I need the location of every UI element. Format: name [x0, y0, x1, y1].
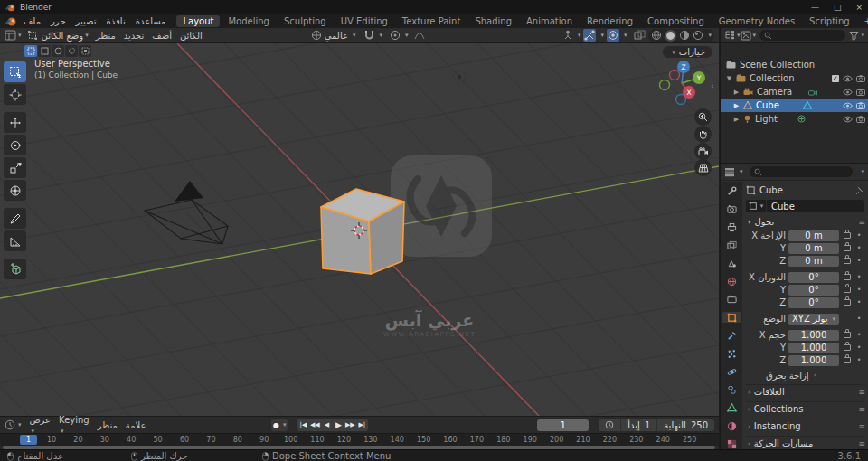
ruler-tick[interactable]: 160: [443, 436, 457, 444]
filter-dropdown-arrow[interactable]: ▾: [861, 32, 864, 39]
cube-eye-icon[interactable]: [843, 102, 853, 109]
outliner-editor-type-icon[interactable]: [724, 30, 735, 41]
select-mode-extra-icon[interactable]: [79, 45, 91, 57]
editor-type-dropdown-arrow[interactable]: ▾: [18, 32, 22, 39]
tool-transform[interactable]: [4, 180, 26, 201]
ruler-tick[interactable]: 180: [496, 436, 510, 444]
relations-panel-header[interactable]: › العلاقات ≡: [746, 384, 864, 399]
location-x-field[interactable]: 0 m: [788, 230, 839, 241]
close-button[interactable]: ×: [855, 3, 863, 12]
tab-constraints[interactable]: [722, 384, 741, 395]
tab-shading[interactable]: Shading: [468, 15, 518, 27]
instancing-panel-grip[interactable]: ≡: [858, 422, 864, 431]
object-name-value[interactable]: Cube: [771, 202, 795, 212]
ruler-tick[interactable]: 240: [656, 436, 670, 444]
light-label[interactable]: Light: [755, 114, 778, 124]
select-box-icon[interactable]: [38, 45, 51, 57]
rotation-y-animate-dot[interactable]: •: [855, 286, 863, 294]
menu-edit[interactable]: حرر: [51, 16, 66, 26]
camera-view-button[interactable]: [694, 143, 712, 160]
tab-object[interactable]: [722, 312, 741, 323]
filter-funnel-icon[interactable]: [849, 31, 859, 41]
timeline-view-menu[interactable]: منظر: [98, 420, 118, 430]
tab-object-data[interactable]: [722, 402, 741, 413]
outliner-row-camera[interactable]: ▶ Camera: [721, 85, 868, 99]
collection-render-icon[interactable]: [856, 75, 865, 82]
delta-transform-panel[interactable]: إزاحة بحرق ›: [746, 369, 864, 381]
menu-view[interactable]: منظر: [96, 31, 116, 41]
current-frame-field[interactable]: 1: [537, 419, 589, 431]
ruler-tick[interactable]: 70: [206, 436, 215, 444]
properties-type-dropdown-arrow[interactable]: ▾: [740, 168, 743, 175]
transform-panel-header[interactable]: ▾ تحول ≡: [746, 215, 864, 229]
jump-to-end-button[interactable]: ▶|: [356, 419, 368, 431]
location-z-field[interactable]: 0 m: [788, 256, 839, 267]
zoom-view-button[interactable]: [694, 108, 712, 126]
object-mode-icon[interactable]: [27, 30, 38, 41]
frame-start-field[interactable]: إبدأ 1: [620, 419, 656, 431]
gizmo-neg-y[interactable]: [660, 80, 670, 90]
maximize-button[interactable]: □: [834, 3, 842, 12]
timeline-ruler[interactable]: 1 10203040506070809010011012013014015016…: [0, 433, 719, 446]
ruler-tick[interactable]: 210: [576, 436, 590, 444]
outliner-row-collection[interactable]: ▼ Collection ✓: [721, 71, 868, 85]
collection-label[interactable]: Collection: [750, 73, 794, 83]
properties-options-arrow[interactable]: ▾: [861, 168, 864, 175]
tab-physics[interactable]: [722, 366, 741, 377]
rotation-x-animate-dot[interactable]: •: [855, 273, 863, 281]
tool-select-box[interactable]: [4, 61, 26, 82]
outliner-row-cube[interactable]: ▶ Cube: [721, 99, 868, 112]
location-z-lock-icon[interactable]: [842, 258, 853, 264]
tab-world[interactable]: [722, 276, 741, 287]
rotation-y-field[interactable]: 0°: [788, 285, 839, 296]
display-mode-dropdown-arrow[interactable]: ▾: [753, 32, 757, 39]
camera-expand-arrow[interactable]: ▶: [733, 89, 740, 96]
collections-panel-header[interactable]: › Collections ≡: [746, 401, 864, 416]
orientation-dropdown-arrow[interactable]: ▾: [353, 32, 356, 39]
menu-add[interactable]: أضف: [152, 31, 172, 41]
light-expand-arrow[interactable]: ▶: [733, 116, 740, 123]
camera-label[interactable]: Camera: [757, 87, 792, 97]
ruler-tick[interactable]: 60: [180, 436, 189, 444]
timeline-type-dropdown-arrow[interactable]: ▾: [18, 421, 22, 428]
falloff-curve-icon[interactable]: [414, 31, 425, 40]
scale-z-animate-dot[interactable]: •: [855, 356, 863, 364]
ruler-tick[interactable]: 50: [154, 436, 163, 444]
cube-object[interactable]: [321, 189, 404, 274]
outliner-search-input[interactable]: [760, 30, 845, 41]
auto-keying-record-button[interactable]: ● ▾: [271, 419, 287, 431]
outliner-row-scene-collection[interactable]: Scene Collection: [721, 58, 868, 71]
tool-scale[interactable]: [4, 157, 26, 178]
scale-y-lock-icon[interactable]: [842, 344, 853, 351]
gizmos-dropdown-arrow[interactable]: ▾: [600, 32, 604, 39]
ruler-tick[interactable]: 230: [629, 436, 643, 444]
outliner-row-light[interactable]: ▶ Light: [721, 112, 868, 126]
tool-move[interactable]: [4, 112, 26, 133]
ruler-tick[interactable]: 120: [337, 436, 351, 444]
instancing-panel-header[interactable]: › Instancing ≡: [746, 419, 864, 433]
jump-to-start-button[interactable]: |◀: [297, 419, 309, 431]
ruler-tick[interactable]: 140: [391, 436, 404, 444]
proportional-dropdown-arrow[interactable]: ▾: [405, 32, 409, 39]
snap-dropdown-arrow[interactable]: ▾: [379, 32, 382, 39]
ruler-tick[interactable]: 30: [100, 436, 109, 444]
pin-id-icon[interactable]: [855, 186, 864, 195]
rotation-x-field[interactable]: 0°: [788, 272, 839, 283]
scale-z-lock-icon[interactable]: [842, 357, 853, 363]
overlays-toggle-icon[interactable]: [607, 29, 619, 42]
play-button[interactable]: ▶: [333, 419, 344, 431]
tab-rendering[interactable]: Rendering: [580, 15, 639, 27]
tab-animation[interactable]: Animation: [520, 15, 579, 27]
gizmo-neg-x[interactable]: [670, 71, 680, 80]
rotation-z-lock-icon[interactable]: [842, 299, 853, 306]
gizmos-toggle-icon[interactable]: [583, 29, 596, 42]
editor-type-icon[interactable]: [5, 30, 16, 41]
tab-modifiers[interactable]: [722, 330, 741, 341]
tool-rotate[interactable]: [4, 135, 26, 155]
location-x-lock-icon[interactable]: [842, 232, 853, 239]
properties-editor-type-icon[interactable]: [724, 167, 735, 177]
tab-modeling[interactable]: Modeling: [222, 15, 276, 27]
keying-popover[interactable]: Keying ▾: [59, 415, 90, 435]
toggle-perspective-button[interactable]: [694, 159, 712, 176]
record-dropdown-arrow[interactable]: ▾: [283, 421, 287, 428]
